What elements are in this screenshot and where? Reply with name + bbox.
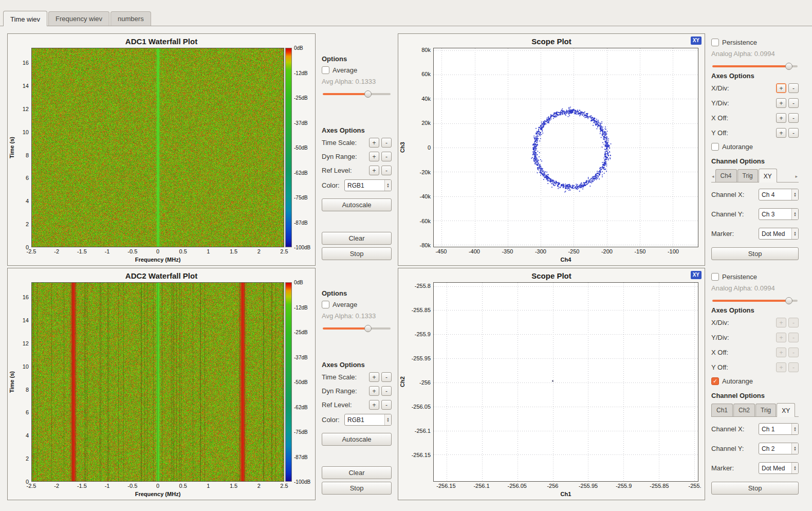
ref-level-plus-button[interactable]: +	[369, 166, 379, 175]
channel-options-header: Channel Options	[711, 392, 799, 399]
autoscale-button[interactable]: Autoscale	[322, 198, 392, 211]
x-div-minus-button[interactable]: -	[788, 83, 799, 93]
tab-trig[interactable]: Trig	[755, 404, 776, 416]
scope-canvas[interactable]	[433, 282, 698, 482]
clear-button[interactable]: Clear	[322, 466, 392, 479]
autoscale-button[interactable]: Autoscale	[322, 433, 392, 446]
avg-alpha-slider[interactable]	[323, 90, 391, 98]
tabs-scroll-right-icon[interactable]: ▸	[795, 174, 799, 182]
color-select[interactable]: RGB1 ▲▼	[344, 179, 392, 191]
stop-button[interactable]: Stop	[711, 482, 799, 495]
channel-x-select[interactable]: Ch 1 ▲▼	[759, 423, 799, 435]
stop-button[interactable]: Stop	[711, 247, 799, 260]
y-div-plus-button[interactable]: +	[776, 333, 786, 342]
channel-y-select[interactable]: Ch 2 ▲▼	[759, 443, 799, 454]
spin-down-icon[interactable]: ▼	[793, 234, 797, 236]
colorbar-tick-label: -37dB	[294, 354, 308, 360]
persistence-checkbox[interactable]: Persistence	[711, 39, 799, 46]
xy-badge[interactable]: XY	[691, 36, 702, 45]
y-off-plus-button[interactable]: +	[776, 128, 786, 138]
slider-knob[interactable]	[364, 325, 372, 332]
x-div-plus-button[interactable]: +	[776, 83, 786, 93]
clear-button[interactable]: Clear	[322, 232, 392, 245]
slider-knob[interactable]	[785, 63, 792, 70]
spin-down-icon[interactable]: ▼	[386, 186, 390, 188]
time-scale-minus-button[interactable]: -	[381, 138, 392, 148]
tab-ch1[interactable]: Ch1	[711, 404, 733, 416]
y-div-minus-button[interactable]: -	[788, 333, 799, 342]
y-off-plus-button[interactable]: +	[776, 362, 786, 372]
colorbar-tick-label: -62dB	[294, 404, 308, 410]
x-off-plus-button[interactable]: +	[776, 113, 786, 123]
y-tick-label: 4	[26, 198, 29, 204]
ref-level-minus-button[interactable]: -	[381, 166, 392, 175]
autorange-checkbox[interactable]: Autorange	[711, 143, 799, 151]
y-off-minus-button[interactable]: -	[788, 362, 799, 372]
color-select[interactable]: RGB1 ▲▼	[344, 414, 392, 426]
time-scale-minus-button[interactable]: -	[381, 372, 392, 382]
adc1-waterfall-plotbox: ADC1 Waterfall Plot Time (s) 02468101214…	[7, 33, 316, 266]
dyn-range-minus-button[interactable]: -	[381, 386, 392, 396]
y-div-plus-button[interactable]: +	[776, 98, 786, 108]
x-tick-label: -1	[105, 248, 110, 254]
checkbox-label: Average	[333, 301, 357, 308]
y-tick-label: 6	[26, 409, 29, 415]
x-off-plus-button[interactable]: +	[776, 348, 786, 357]
stop-button[interactable]: Stop	[322, 482, 392, 495]
y-axis-ticks: 0246810121416	[16, 48, 31, 247]
ref-level-minus-button[interactable]: -	[381, 400, 392, 410]
dyn-range-plus-button[interactable]: +	[369, 386, 379, 396]
slider-knob[interactable]	[785, 297, 792, 304]
marker-select[interactable]: Dot Med ▲▼	[759, 228, 799, 240]
ref-level-plus-button[interactable]: +	[369, 400, 379, 410]
tab-ch4[interactable]: Ch4	[715, 169, 737, 182]
tab-numbers[interactable]: numbers	[110, 11, 151, 26]
x-tick-label: -255.9	[616, 483, 632, 489]
x-tick-label: -1	[105, 483, 110, 489]
waterfall-canvas[interactable]	[31, 282, 284, 482]
average-checkbox[interactable]: Average	[322, 301, 392, 308]
x-tick-label: -256.1	[473, 483, 489, 489]
y-tick-label: -255.8	[415, 283, 431, 289]
stop-button[interactable]: Stop	[322, 247, 392, 260]
xy-badge[interactable]: XY	[691, 271, 702, 279]
autorange-checkbox[interactable]: ✓ Autorange	[711, 377, 799, 385]
time-scale-plus-button[interactable]: +	[369, 138, 379, 148]
waterfall-canvas[interactable]	[31, 48, 284, 247]
analog-alpha-slider[interactable]	[712, 62, 798, 67]
tab-xy[interactable]: XY	[777, 403, 795, 417]
spin-down-icon[interactable]: ▼	[793, 214, 797, 217]
dyn-range-minus-button[interactable]: -	[381, 152, 392, 161]
spin-down-icon[interactable]: ▼	[793, 449, 797, 451]
y-tick-label: 12	[23, 340, 29, 346]
colorbar-tick-label: -87dB	[294, 220, 308, 225]
x-off-minus-button[interactable]: -	[788, 113, 799, 123]
tab-xy[interactable]: XY	[759, 169, 777, 182]
x-div-plus-button[interactable]: +	[776, 318, 786, 327]
avg-alpha-slider[interactable]	[323, 324, 391, 332]
x-div-minus-button[interactable]: -	[788, 318, 799, 327]
colorbar-tick-label: -100dB	[294, 245, 310, 250]
spin-down-icon[interactable]: ▼	[386, 420, 390, 423]
slider-knob[interactable]	[364, 90, 372, 98]
scope-canvas[interactable]	[433, 48, 698, 247]
average-checkbox[interactable]: Average	[322, 66, 392, 74]
y-div-minus-button[interactable]: -	[788, 98, 799, 108]
x-off-minus-button[interactable]: -	[788, 348, 799, 357]
tab-frequency-wiev[interactable]: Frequency wiev	[48, 11, 109, 26]
spin-down-icon[interactable]: ▼	[793, 429, 797, 432]
time-scale-plus-button[interactable]: +	[369, 372, 379, 382]
y-off-minus-button[interactable]: -	[788, 128, 799, 138]
tab-ch2[interactable]: Ch2	[733, 404, 755, 416]
channel-x-select[interactable]: Ch 4 ▲▼	[759, 189, 799, 200]
analog-alpha-slider[interactable]	[712, 297, 798, 301]
tab-trig[interactable]: Trig	[737, 169, 758, 182]
spin-down-icon[interactable]: ▼	[793, 195, 797, 197]
tabs-scroll-left-icon[interactable]: ◂	[711, 174, 715, 182]
tab-time-wiev[interactable]: Time wiev	[3, 11, 47, 26]
dyn-range-plus-button[interactable]: +	[369, 152, 379, 161]
channel-y-select[interactable]: Ch 3 ▲▼	[759, 208, 799, 220]
marker-select[interactable]: Dot Med ▲▼	[759, 462, 799, 474]
spin-down-icon[interactable]: ▼	[793, 468, 797, 471]
persistence-checkbox[interactable]: Persistence	[711, 273, 799, 281]
